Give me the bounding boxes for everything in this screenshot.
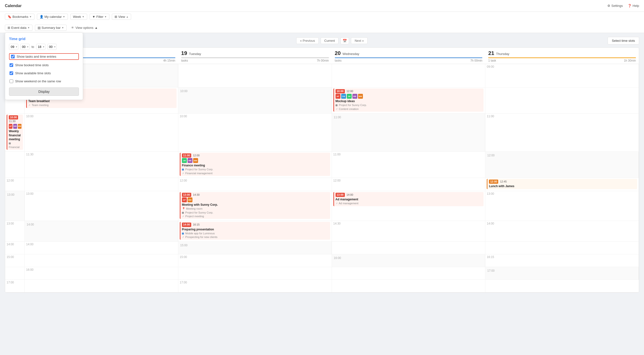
to-hour-select[interactable]: 18 17 19 ▾ bbox=[36, 44, 46, 50]
time-15: 15:00 bbox=[178, 242, 332, 254]
ad-management-event[interactable]: 13:00 14:00 Ad management ↗ Ad managemen… bbox=[333, 192, 484, 206]
top-nav: Calendar ⚙ Settings ❓ Help bbox=[0, 0, 644, 12]
view-options-dropdown: Time grid 09 08 10 ▾ 00 15 30 45 bbox=[5, 33, 83, 100]
to-hour-dropdown[interactable]: 18 17 19 bbox=[36, 44, 42, 50]
meeting-sunny-corp-event[interactable]: 13:00 14:30 AP MM Meeting with Sunny Cor… bbox=[180, 192, 330, 219]
day-bar-thursday bbox=[488, 58, 636, 58]
event-title: Ad management bbox=[336, 197, 482, 202]
bookmarks-button[interactable]: 🔖 Bookmarks ▼ bbox=[5, 14, 34, 20]
show-available-checkbox-row: Show available time slots bbox=[9, 70, 79, 76]
select-timeslots-button[interactable]: Select time slots bbox=[608, 37, 639, 45]
show-weekend-checkbox[interactable] bbox=[10, 79, 13, 83]
preparing-pres-event[interactable]: 14:00 16:15 Preparing presentation Mobil… bbox=[180, 222, 330, 240]
dot-icon bbox=[336, 104, 338, 106]
event-title: Preparing presentation bbox=[182, 227, 329, 232]
show-tasks-checkbox-row: Show tasks and time entries bbox=[9, 53, 79, 60]
fri-13-label: 13:00 bbox=[6, 222, 23, 225]
thursday-14: 14:00 bbox=[5, 242, 25, 254]
event-sub2: ↗ Project meeting bbox=[182, 214, 329, 218]
toolbar: 🔖 Bookmarks ▼ 👤 My calendar ▼ Week ▼ ▼ F… bbox=[0, 12, 644, 33]
top-nav-right: ⚙ Settings ❓ Help bbox=[607, 4, 639, 8]
event-sub: Financial bbox=[9, 141, 22, 149]
day-bar-tuesday bbox=[181, 58, 329, 58]
tuesday-14: 14:30 bbox=[332, 221, 486, 242]
avatar-row: JM MB MM bbox=[182, 158, 329, 163]
event-badge: 12:00 bbox=[489, 180, 498, 184]
from-min-dropdown[interactable]: 00 15 30 45 bbox=[20, 44, 26, 50]
monday-09 bbox=[178, 64, 332, 88]
wed-14-label: 14:00 bbox=[487, 222, 637, 225]
event-sub: Mobile app for Luminous bbox=[182, 232, 329, 235]
calendar-icon[interactable]: 📅 bbox=[340, 37, 349, 44]
calendar-header-row: November 2019 Week 47 « Previous Current… bbox=[5, 37, 639, 45]
mockup-ideas-event[interactable]: 10:00 12:00 AP CW JM MB MM Mockup ideas … bbox=[333, 89, 484, 112]
wednesday-14: 14:00 bbox=[485, 221, 639, 242]
wednesday-12: 12:00 bbox=[178, 178, 332, 191]
event-end: 14:00 bbox=[346, 193, 354, 196]
friday-16 bbox=[332, 267, 486, 280]
calendar-area: November 2019 Week 47 « Previous Current… bbox=[0, 33, 644, 297]
show-booked-label: Show booked time slots bbox=[15, 63, 48, 67]
event-badge: 10:00 bbox=[336, 89, 345, 93]
monday-14: 14:00 16:15 Preparing presentation Mobil… bbox=[178, 221, 332, 242]
view-options-button[interactable]: 👁 View options ▲ bbox=[69, 25, 100, 31]
current-button[interactable]: Current bbox=[321, 37, 338, 44]
next-button[interactable]: Next » bbox=[351, 37, 368, 44]
day-header-tuesday: 19 Tuesday tasks 7h 00min bbox=[178, 48, 332, 64]
friday-15: 15:00 bbox=[178, 254, 332, 267]
wednesday-17: 17:00 bbox=[178, 280, 332, 292]
tue-14-30: 14:30 bbox=[333, 222, 484, 225]
arrow-icon: ↗ bbox=[28, 104, 30, 107]
bookmark-icon: 🔖 bbox=[8, 15, 12, 19]
to-min-dropdown[interactable]: 00 15 30 45 bbox=[48, 44, 53, 50]
dot-icon bbox=[182, 233, 184, 235]
show-booked-checkbox[interactable] bbox=[10, 63, 13, 67]
event-data-button[interactable]: ⊞ Event data ▼ bbox=[5, 25, 32, 31]
wed-17-label: 17:00 bbox=[180, 281, 330, 284]
wed-09-label: 09:00 bbox=[487, 65, 637, 68]
from-hour-dropdown[interactable]: 09 08 10 bbox=[9, 44, 15, 50]
help-link[interactable]: ❓ Help bbox=[628, 4, 639, 8]
wed-11-30: 11:30 bbox=[26, 153, 176, 156]
chevron-down-icon: ▾ bbox=[15, 45, 18, 49]
show-available-checkbox[interactable] bbox=[10, 71, 13, 75]
day-stats-thursday: 1 task 1h 30min bbox=[488, 59, 636, 62]
tuesday-13: 13:00 14:30 AP MM Meeting with Sunny Cor… bbox=[178, 191, 332, 221]
nav-area: « Previous Current 📅 Next » bbox=[296, 37, 367, 44]
avatar-mm: MM bbox=[18, 124, 22, 129]
view-button[interactable]: ⊞ View ▲ bbox=[112, 14, 131, 20]
week-button[interactable]: Week ▼ bbox=[70, 14, 87, 20]
event-sub2: ↗ Financial management bbox=[182, 172, 329, 175]
to-min-select[interactable]: 00 15 30 45 ▾ bbox=[48, 44, 57, 50]
display-button[interactable]: Display bbox=[9, 88, 79, 96]
show-tasks-checkbox[interactable] bbox=[11, 55, 15, 58]
time-13: 13:00 bbox=[5, 191, 25, 221]
arrow-icon: ↗ bbox=[182, 172, 184, 175]
finance-meeting-event[interactable]: 11:00 12:00 JM MB MM Finance meeting Pro… bbox=[180, 153, 330, 176]
tuesday-15 bbox=[485, 242, 639, 254]
day-name-tuesday: Tuesday bbox=[189, 52, 201, 56]
arrow-icon: ↗ bbox=[182, 236, 184, 238]
mon-13-label: 13:00 bbox=[26, 192, 176, 195]
avatar-cw: CW bbox=[341, 94, 346, 99]
day-header-wednesday: 20 Wednesday tasks 7h 00min bbox=[332, 48, 486, 64]
from-min-select[interactable]: 00 15 30 45 ▾ bbox=[20, 44, 30, 50]
lunch-james-event[interactable]: 12:00 12:45 Lunch with James bbox=[487, 179, 637, 189]
from-hour-select[interactable]: 09 08 10 ▾ bbox=[9, 44, 18, 50]
settings-link[interactable]: ⚙ Settings bbox=[607, 4, 623, 8]
previous-button[interactable]: « Previous bbox=[296, 37, 318, 44]
my-calendar-button[interactable]: 👤 My calendar ▼ bbox=[37, 14, 68, 20]
day-header-thursday: 21 Thursday 1 task 1h 30min bbox=[485, 48, 639, 64]
filter-button[interactable]: ▼ Filter ▼ bbox=[90, 14, 110, 20]
summary-bar-button[interactable]: ▤ Summary bar ▼ bbox=[35, 25, 67, 31]
tuesday-09 bbox=[332, 64, 486, 88]
chevron-down-icon: ▼ bbox=[62, 26, 64, 29]
weekly-financial-event[interactable]: 10:00 11:30 AP MB MM Weekly financial me… bbox=[6, 115, 23, 150]
app-title: Calendar bbox=[5, 4, 22, 8]
friday-10: 10:00 bbox=[178, 114, 332, 152]
bar-icon: ▤ bbox=[38, 26, 40, 30]
mon-12-label: 12:00 bbox=[6, 179, 23, 182]
chevron-down-icon: ▼ bbox=[27, 26, 30, 29]
event-badge: 10:00 bbox=[9, 115, 18, 120]
chart-icon: ⊞ bbox=[8, 26, 10, 30]
